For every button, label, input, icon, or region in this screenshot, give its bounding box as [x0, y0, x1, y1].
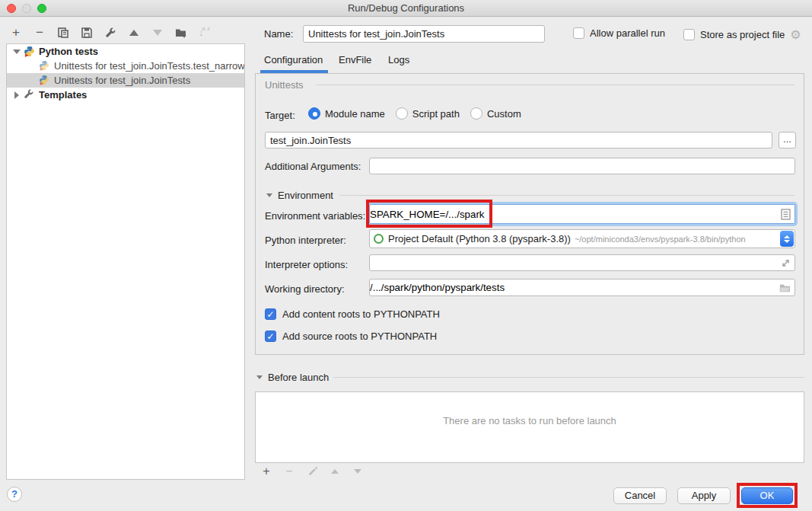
tree-item-test-narrow[interactable]: Unittests for test_join.JoinTests.test_n…: [7, 59, 244, 73]
name-input[interactable]: [303, 25, 545, 43]
window-title: Run/Debug Configurations: [348, 2, 464, 14]
copy-configuration-icon[interactable]: [56, 26, 70, 40]
tree-item-label: Unittests for test_join.JoinTests: [54, 75, 190, 86]
tree-item-python-tests[interactable]: Python tests: [7, 44, 244, 59]
tree-item-label: Unittests for test_join.JoinTests.test_n…: [54, 60, 244, 72]
radio-script-path[interactable]: [396, 107, 408, 120]
working-directory-label: Working directory:: [265, 283, 345, 295]
python-test-icon: [39, 75, 51, 87]
checkbox-box[interactable]: [683, 29, 695, 40]
tab-logs[interactable]: Logs: [388, 54, 409, 65]
edit-templates-icon[interactable]: [103, 26, 117, 40]
additional-arguments-input[interactable]: [369, 158, 795, 174]
run-debug-configurations-dialog: Run/Debug Configurations + − ↓ a z: [0, 0, 812, 511]
collapse-triangle-icon[interactable]: [256, 375, 263, 379]
section-title: Environment: [278, 190, 333, 201]
environment-section-header[interactable]: Environment: [266, 190, 333, 201]
cancel-button[interactable]: Cancel: [613, 487, 667, 504]
checkbox-label: Store as project file: [700, 29, 785, 40]
radio-label: Custom: [487, 108, 521, 120]
add-task-icon[interactable]: +: [260, 465, 273, 478]
add-configuration-icon[interactable]: +: [9, 26, 23, 40]
sort-configurations-icon: ↓ a z: [198, 27, 210, 39]
checkbox-box[interactable]: ✓: [265, 308, 276, 320]
unittests-group-label: Unittests: [265, 79, 304, 91]
close-button[interactable]: [7, 4, 16, 13]
apply-button[interactable]: Apply: [677, 487, 731, 504]
radio-label: Script path: [412, 108, 460, 120]
conda-env-icon: [374, 234, 384, 244]
checkbox-box[interactable]: ✓: [265, 331, 276, 342]
minimize-button: [22, 4, 31, 13]
configurations-toolbar: + − ↓ a z: [9, 24, 210, 42]
radio-custom[interactable]: [470, 107, 482, 120]
target-label: Target:: [265, 110, 295, 121]
remove-task-icon: −: [282, 465, 296, 478]
add-content-roots-checkbox[interactable]: ✓ Add content roots to PYTHONPATH: [265, 308, 440, 320]
chevron-expanded-icon[interactable]: [11, 50, 22, 54]
group-divider: [317, 85, 794, 85]
name-label: Name:: [264, 28, 293, 40]
working-directory-field[interactable]: [369, 279, 795, 296]
environment-variables-label: Environment variables:: [265, 210, 365, 222]
title-bar: Run/Debug Configurations: [0, 0, 812, 17]
tree-item-jointests-selected[interactable]: Unittests for test_join.JoinTests: [7, 73, 244, 88]
zoom-button[interactable]: [37, 4, 46, 13]
edit-env-vars-icon[interactable]: [781, 209, 791, 220]
working-directory-input[interactable]: [370, 282, 779, 293]
interpreter-path: ~/opt/miniconda3/envs/pyspark-3.8/bin/py…: [575, 235, 779, 244]
add-source-roots-checkbox[interactable]: ✓ Add source roots to PYTHONPATH: [265, 331, 437, 342]
section-title: Before launch: [268, 372, 329, 383]
move-up-icon[interactable]: [127, 26, 141, 40]
help-button[interactable]: ?: [7, 487, 22, 502]
before-launch-toolbar: + −: [260, 465, 365, 478]
interpreter-options-field[interactable]: [369, 254, 795, 271]
tree-item-label: Python tests: [39, 46, 98, 57]
target-module-input[interactable]: [265, 132, 772, 149]
before-launch-task-list[interactable]: There are no tasks to run before launch: [255, 391, 804, 463]
checkbox-label: Add content roots to PYTHONPATH: [282, 308, 440, 320]
interpreter-value: Project Default (Python 3.8 (pyspark-3.8…: [388, 233, 571, 244]
edit-task-icon: [305, 465, 319, 478]
new-folder-icon[interactable]: [174, 26, 188, 40]
expand-field-icon[interactable]: [781, 258, 791, 268]
highlight-box-ok: [737, 483, 798, 508]
before-launch-section-header[interactable]: Before launch: [256, 372, 329, 383]
store-as-project-file-checkbox[interactable]: Store as project file ⚙: [683, 27, 801, 42]
combo-stepper-icon[interactable]: [780, 231, 794, 247]
collapse-triangle-icon[interactable]: [266, 193, 272, 197]
save-configuration-icon[interactable]: [80, 26, 94, 40]
checkbox-label: Allow parallel run: [590, 27, 665, 39]
store-settings-gear-icon[interactable]: ⚙: [790, 27, 801, 42]
move-down-icon: [151, 26, 164, 40]
section-divider: [333, 377, 804, 378]
move-task-up-icon: [328, 465, 342, 478]
radio-module-name[interactable]: [308, 107, 320, 120]
folder-browse-icon[interactable]: [779, 283, 791, 292]
remove-configuration-icon[interactable]: −: [33, 26, 46, 40]
window-controls: [7, 4, 46, 13]
target-radio-group: Module name Script path Custom: [308, 107, 532, 120]
highlight-box-env-vars: [366, 200, 492, 228]
checkbox-box[interactable]: [573, 27, 584, 39]
additional-arguments-label: Additional Arguments:: [265, 161, 361, 172]
checkbox-label: Add source roots to PYTHONPATH: [282, 331, 437, 342]
tab-configuration[interactable]: Configuration: [264, 54, 323, 65]
tree-item-label: Templates: [39, 89, 87, 101]
empty-tasks-message: There are no tasks to run before launch: [256, 415, 804, 426]
python-test-icon: [39, 60, 51, 72]
python-interpreter-combo[interactable]: Project Default (Python 3.8 (pyspark-3.8…: [369, 229, 795, 248]
browse-button[interactable]: ...: [779, 132, 796, 149]
configuration-panel: Unittests Target: Module name Script pat…: [255, 73, 804, 355]
move-task-down-icon: [351, 465, 365, 478]
tab-envfile[interactable]: EnvFile: [339, 54, 371, 65]
tree-item-templates[interactable]: Templates: [7, 88, 244, 102]
interpreter-options-label: Interpreter options:: [265, 259, 348, 270]
templates-wrench-icon: [24, 89, 36, 101]
configurations-tree: Python tests Unittests for test_join.Joi…: [6, 43, 245, 480]
chevron-collapsed-icon[interactable]: [11, 91, 22, 99]
interpreter-options-input[interactable]: [370, 257, 781, 269]
section-divider: [339, 195, 794, 196]
allow-parallel-run-checkbox[interactable]: Allow parallel run: [573, 27, 665, 39]
python-interpreter-label: Python interpreter:: [265, 235, 346, 246]
